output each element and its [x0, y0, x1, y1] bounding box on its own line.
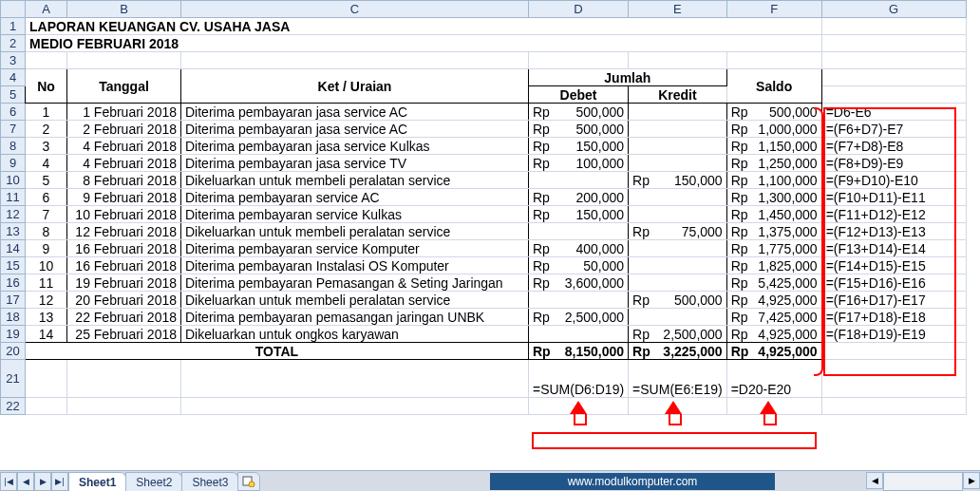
- col-header-D[interactable]: D: [529, 1, 629, 18]
- cell[interactable]: [26, 52, 67, 69]
- cell-tanggal[interactable]: 20 Februari 2018: [67, 292, 181, 309]
- cell-debet[interactable]: [529, 223, 629, 240]
- cell-tanggal[interactable]: 10 Februari 2018: [67, 206, 181, 223]
- cell-saldo[interactable]: Rp1,100,000: [726, 172, 821, 189]
- cell-kredit[interactable]: [629, 138, 727, 155]
- cell-debet[interactable]: Rp150,000: [529, 206, 629, 223]
- row-header-15[interactable]: 15: [1, 257, 26, 274]
- tab-nav-last[interactable]: ▶|: [51, 472, 68, 491]
- cell-ket[interactable]: Dikeluarkan untuk membeli peralatan serv…: [181, 223, 529, 240]
- cell-kredit[interactable]: Rp75,000: [629, 223, 727, 240]
- cell-tanggal[interactable]: 9 Februari 2018: [67, 189, 181, 206]
- col-header-F[interactable]: F: [726, 1, 821, 18]
- row-header-22[interactable]: 22: [1, 398, 26, 415]
- cell-no[interactable]: 10: [26, 257, 67, 274]
- cell-ket[interactable]: Diterima pembayaran jasa service Kulkas: [181, 138, 529, 155]
- col-header-E[interactable]: E: [629, 1, 727, 18]
- cell[interactable]: [529, 52, 629, 69]
- cell-debet[interactable]: Rp100,000: [529, 155, 629, 172]
- cell-no[interactable]: 7: [26, 206, 67, 223]
- cell-debet[interactable]: [529, 172, 629, 189]
- tab-nav-prev[interactable]: ◀: [17, 472, 34, 491]
- row-header-20[interactable]: 20: [1, 343, 26, 360]
- col-header-A[interactable]: A: [26, 1, 67, 18]
- cell-no[interactable]: 14: [26, 326, 67, 343]
- cell-no[interactable]: 2: [26, 121, 67, 138]
- cell-tanggal[interactable]: 19 Februari 2018: [67, 274, 181, 292]
- cell-no[interactable]: 9: [26, 240, 67, 257]
- hdr-no[interactable]: No: [26, 69, 67, 104]
- total-kredit[interactable]: Rp3,225,000: [629, 343, 727, 360]
- row-header-3[interactable]: 3: [1, 52, 26, 69]
- scroll-left-button[interactable]: ◀: [866, 472, 883, 489]
- row-header-12[interactable]: 12: [1, 206, 26, 223]
- cell-no[interactable]: 4: [26, 155, 67, 172]
- cell-ket[interactable]: Diterima pembayaran jasa service AC: [181, 104, 529, 121]
- row-header-6[interactable]: 6: [1, 104, 26, 121]
- cell-no[interactable]: 12: [26, 292, 67, 309]
- cell-kredit[interactable]: [629, 189, 727, 206]
- hdr-saldo[interactable]: Saldo: [726, 69, 821, 104]
- row-header-13[interactable]: 13: [1, 223, 26, 240]
- cell[interactable]: [67, 360, 181, 398]
- cell-kredit[interactable]: Rp500,000: [629, 292, 727, 309]
- cell-saldo[interactable]: Rp1,150,000: [726, 138, 821, 155]
- cell-no[interactable]: 1: [26, 104, 67, 121]
- cell-tanggal[interactable]: 12 Februari 2018: [67, 223, 181, 240]
- col-header-G[interactable]: G: [821, 1, 966, 18]
- cell-kredit[interactable]: [629, 257, 727, 274]
- cell-tanggal[interactable]: 4 Februari 2018: [67, 138, 181, 155]
- cell-ket[interactable]: Diterima pembayaran service Komputer: [181, 240, 529, 257]
- cell-kredit[interactable]: [629, 274, 727, 292]
- hdr-tanggal[interactable]: Tanggal: [67, 69, 181, 104]
- new-sheet-button[interactable]: [237, 472, 260, 491]
- row-header-14[interactable]: 14: [1, 240, 26, 257]
- cell-kredit[interactable]: [629, 206, 727, 223]
- scroll-right-button[interactable]: ▶: [963, 472, 980, 489]
- sheet-tab-1[interactable]: Sheet1: [68, 472, 126, 491]
- cell-no[interactable]: 13: [26, 309, 67, 326]
- cell-ket[interactable]: Diterima pembayaran Instalasi OS Kompute…: [181, 257, 529, 274]
- cell[interactable]: [181, 360, 529, 398]
- tab-nav-first[interactable]: |◀: [0, 472, 17, 491]
- cell-ket[interactable]: Diterima pembayaran jasa service TV: [181, 155, 529, 172]
- cell-debet[interactable]: Rp150,000: [529, 138, 629, 155]
- cell-kredit[interactable]: [629, 104, 727, 121]
- row-header-19[interactable]: 19: [1, 326, 26, 343]
- cell-no[interactable]: 11: [26, 274, 67, 292]
- cell[interactable]: [821, 69, 966, 86]
- cell-debet[interactable]: Rp200,000: [529, 189, 629, 206]
- cell-no[interactable]: 8: [26, 223, 67, 240]
- row-header-8[interactable]: 8: [1, 138, 26, 155]
- row-header-21[interactable]: 21: [1, 360, 26, 398]
- cell-saldo[interactable]: Rp7,425,000: [726, 309, 821, 326]
- cell-debet[interactable]: Rp500,000: [529, 104, 629, 121]
- row-header-18[interactable]: 18: [1, 309, 26, 326]
- cell[interactable]: [821, 343, 966, 360]
- cell-tanggal[interactable]: 25 Februari 2018: [67, 326, 181, 343]
- cell[interactable]: [181, 52, 529, 69]
- row-header-1[interactable]: 1: [1, 18, 26, 35]
- cell-debet[interactable]: [529, 292, 629, 309]
- cell-tanggal[interactable]: 22 Februari 2018: [67, 309, 181, 326]
- cell-saldo[interactable]: Rp4,925,000: [726, 326, 821, 343]
- cell-saldo[interactable]: Rp500,000: [726, 104, 821, 121]
- cell[interactable]: [821, 35, 966, 52]
- cell-saldo[interactable]: Rp1,450,000: [726, 206, 821, 223]
- row-header-9[interactable]: 9: [1, 155, 26, 172]
- cell-debet[interactable]: Rp500,000: [529, 121, 629, 138]
- total-debet[interactable]: Rp8,150,000: [529, 343, 629, 360]
- cell-tanggal[interactable]: 2 Februari 2018: [67, 121, 181, 138]
- cell[interactable]: [821, 52, 966, 69]
- cell[interactable]: [67, 398, 181, 415]
- cell-debet[interactable]: Rp2,500,000: [529, 309, 629, 326]
- hdr-ket[interactable]: Ket / Uraian: [181, 69, 529, 104]
- cell-ket[interactable]: Diterima pembayaran jasa service AC: [181, 121, 529, 138]
- cell-tanggal[interactable]: 1 Februari 2018: [67, 104, 181, 121]
- cell-ket[interactable]: Dikeluarkan untuk membeli peralatan serv…: [181, 172, 529, 189]
- row-header-7[interactable]: 7: [1, 121, 26, 138]
- cell-saldo[interactable]: Rp5,425,000: [726, 274, 821, 292]
- cell[interactable]: [629, 52, 727, 69]
- page-subtitle[interactable]: MEDIO FEBRUARI 2018: [26, 35, 822, 52]
- row-header-4[interactable]: 4: [1, 69, 26, 86]
